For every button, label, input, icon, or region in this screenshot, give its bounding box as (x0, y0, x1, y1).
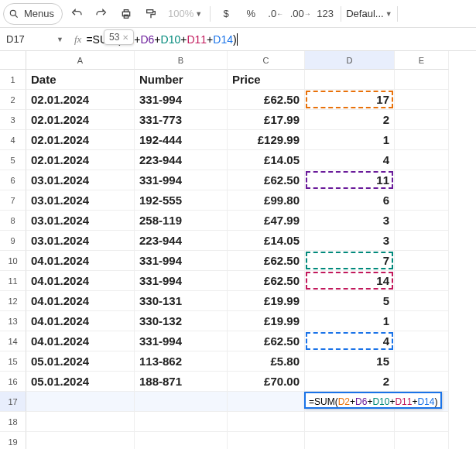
cell-price[interactable]: £5.80 (228, 351, 305, 372)
row-header[interactable]: 5 (0, 150, 26, 170)
row-header[interactable]: 10 (0, 251, 26, 271)
column-header[interactable]: D (305, 51, 395, 70)
formula-bar[interactable]: =SUM(D2+D6+D10+D11+D14) (86, 33, 476, 46)
row-header[interactable]: 6 (0, 170, 26, 190)
name-box[interactable]: D17 ▼ (0, 33, 70, 45)
cell-number[interactable]: 113-862 (135, 351, 228, 372)
cell-price[interactable]: £62.50 (228, 251, 305, 271)
cell-number[interactable]: 331-994 (135, 170, 228, 190)
cell-qty[interactable]: 14 (305, 271, 395, 291)
cell-date[interactable]: 03.01.2024 (26, 211, 135, 231)
cell[interactable] (395, 110, 449, 130)
row-header[interactable]: 12 (0, 291, 26, 311)
cell-date[interactable]: 05.01.2024 (26, 351, 135, 372)
currency-button[interactable]: $ (215, 3, 237, 25)
print-button[interactable] (115, 3, 137, 25)
number-format-button[interactable]: 123 (314, 3, 336, 25)
row-header[interactable]: 18 (0, 412, 26, 432)
cell-qty[interactable]: 2 (305, 372, 395, 392)
cell-date[interactable]: 02.01.2024 (26, 90, 135, 110)
cell[interactable] (395, 251, 449, 271)
cell-number[interactable]: 223-944 (135, 231, 228, 251)
cell[interactable] (395, 70, 449, 90)
cell-date[interactable]: 04.01.2024 (26, 311, 135, 331)
cell[interactable] (395, 170, 449, 190)
cell-date[interactable]: 03.01.2024 (26, 190, 135, 211)
cell-number[interactable]: 258-119 (135, 211, 228, 231)
paint-format-button[interactable] (140, 3, 162, 25)
row-header[interactable]: 1 (0, 70, 26, 90)
cell[interactable] (395, 291, 449, 311)
cell-number[interactable]: 188-871 (135, 372, 228, 392)
percent-button[interactable]: % (240, 3, 262, 25)
cell[interactable] (395, 351, 449, 372)
cell-date[interactable]: 02.01.2024 (26, 110, 135, 130)
cell[interactable] (26, 432, 135, 449)
cell-qty[interactable]: 2 (305, 110, 395, 130)
row-header[interactable]: 16 (0, 372, 26, 392)
menus-button[interactable]: Menus (3, 3, 63, 25)
row-header[interactable]: 4 (0, 130, 26, 150)
cell[interactable] (395, 372, 449, 392)
close-icon[interactable]: ✕ (122, 33, 128, 42)
cell-price[interactable]: £19.99 (228, 291, 305, 311)
row-header[interactable]: 17 (0, 392, 26, 412)
cell[interactable] (305, 432, 395, 449)
undo-button[interactable] (66, 3, 87, 25)
cell-number[interactable]: 331-994 (135, 90, 228, 110)
row-header[interactable]: 2 (0, 90, 26, 110)
cell[interactable] (395, 90, 449, 110)
increase-decimal-button[interactable]: .00→ (289, 3, 311, 25)
cell-price[interactable]: £70.00 (228, 372, 305, 392)
cell[interactable] (228, 412, 305, 432)
cell-price[interactable]: £62.50 (228, 90, 305, 110)
row-header[interactable]: 14 (0, 331, 26, 351)
header-date[interactable]: Date (26, 70, 135, 90)
cell-qty[interactable]: 3 (305, 231, 395, 251)
select-all-corner[interactable] (0, 51, 26, 70)
row-header[interactable]: 11 (0, 271, 26, 291)
cell-qty[interactable]: 4 (305, 150, 395, 170)
cell-qty[interactable]: 6 (305, 190, 395, 211)
cell[interactable] (395, 311, 449, 331)
cell-number[interactable]: 331-994 (135, 271, 228, 291)
zoom-select[interactable]: 100%▼ (165, 3, 205, 25)
row-header[interactable]: 15 (0, 351, 26, 372)
cell[interactable] (395, 130, 449, 150)
font-select[interactable]: Defaul...▼ (346, 3, 392, 25)
cell-date[interactable]: 04.01.2024 (26, 251, 135, 271)
cell[interactable] (26, 412, 135, 432)
cell-qty[interactable]: 15 (305, 351, 395, 372)
cell-number[interactable]: 331-994 (135, 331, 228, 351)
cell-qty[interactable]: 4 (305, 331, 395, 351)
cell-number[interactable]: 331-994 (135, 251, 228, 271)
cell[interactable] (395, 231, 449, 251)
cell-price[interactable]: £47.99 (228, 211, 305, 231)
active-cell-editor[interactable]: =SUM(D2+D6+D10+D11+D14) (304, 392, 442, 409)
cell-price[interactable]: £19.99 (228, 311, 305, 331)
cell-number[interactable]: 331-773 (135, 110, 228, 130)
cell-price[interactable]: £17.99 (228, 110, 305, 130)
row-header[interactable]: 7 (0, 190, 26, 211)
cell-qty[interactable]: 1 (305, 311, 395, 331)
cell-qty[interactable]: 1 (305, 130, 395, 150)
decrease-decimal-button[interactable]: .0← (265, 3, 286, 25)
cell-date[interactable]: 03.01.2024 (26, 231, 135, 251)
cell[interactable] (395, 432, 449, 449)
cell-qty[interactable]: 7 (305, 251, 395, 271)
cell[interactable] (228, 432, 305, 449)
cell-date[interactable]: 04.01.2024 (26, 291, 135, 311)
cell-number[interactable]: 330-132 (135, 311, 228, 331)
cell-number[interactable]: 330-131 (135, 291, 228, 311)
cell[interactable] (395, 150, 449, 170)
cell[interactable] (228, 392, 305, 412)
column-header[interactable]: E (395, 51, 449, 70)
cell-number[interactable]: 192-444 (135, 130, 228, 150)
cell-date[interactable]: 02.01.2024 (26, 130, 135, 150)
cell-price[interactable]: £99.80 (228, 190, 305, 211)
cell-qty[interactable]: 17 (305, 90, 395, 110)
cell[interactable] (395, 211, 449, 231)
column-header[interactable]: A (26, 51, 135, 70)
row-header[interactable]: 8 (0, 211, 26, 231)
cell-price[interactable]: £14.05 (228, 231, 305, 251)
